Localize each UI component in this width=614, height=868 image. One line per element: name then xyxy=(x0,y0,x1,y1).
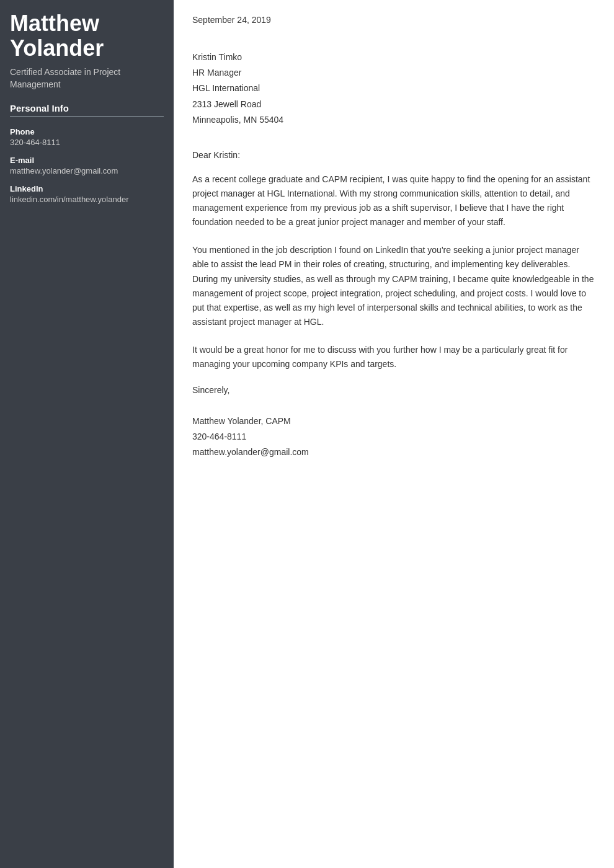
email-value: matthew.yolander@gmail.com xyxy=(10,166,164,175)
letter-paragraph-1: As a recent college graduate and CAPM re… xyxy=(192,172,595,229)
sig-name: Matthew Yolander, CAPM xyxy=(192,414,595,429)
recipient-address: 2313 Jewell Road xyxy=(192,97,595,112)
recipient-title: HR Manager xyxy=(192,65,595,81)
letter-salutation: Dear Kristin: xyxy=(192,150,595,160)
sig-phone: 320-464-8111 xyxy=(192,429,595,445)
sig-email: matthew.yolander@gmail.com xyxy=(192,445,595,460)
phone-label: Phone xyxy=(10,127,164,136)
letter-content: September 24, 2019 Kristin Timko HR Mana… xyxy=(174,0,614,868)
phone-value: 320-464-8111 xyxy=(10,138,164,147)
linkedin-value: linkedin.com/in/matthew.yolander xyxy=(10,195,164,204)
linkedin-label: LinkedIn xyxy=(10,184,164,193)
sidebar: Matthew Yolander Certified Associate in … xyxy=(0,0,174,868)
letter-paragraph-3: It would be a great honor for me to disc… xyxy=(192,343,595,371)
recipient-city: Minneapolis, MN 55404 xyxy=(192,112,595,128)
email-item: E-mail matthew.yolander@gmail.com xyxy=(10,156,164,175)
recipient-company: HGL International xyxy=(192,81,595,96)
letter-closing: Sincerely, xyxy=(192,385,595,395)
applicant-name: Matthew Yolander xyxy=(10,11,164,60)
letter-signature: Matthew Yolander, CAPM 320-464-8111 matt… xyxy=(192,414,595,461)
letter-date: September 24, 2019 xyxy=(192,15,595,25)
personal-info-heading: Personal Info xyxy=(10,103,164,117)
linkedin-item: LinkedIn linkedin.com/in/matthew.yolande… xyxy=(10,184,164,204)
applicant-title: Certified Associate in Project Managemen… xyxy=(10,66,164,91)
letter-paragraph-2: You mentioned in the job description I f… xyxy=(192,243,595,329)
recipient-block: Kristin Timko HR Manager HGL Internation… xyxy=(192,50,595,128)
phone-item: Phone 320-464-8111 xyxy=(10,127,164,147)
recipient-name: Kristin Timko xyxy=(192,50,595,65)
letter-body: As a recent college graduate and CAPM re… xyxy=(192,172,595,371)
email-label: E-mail xyxy=(10,156,164,165)
